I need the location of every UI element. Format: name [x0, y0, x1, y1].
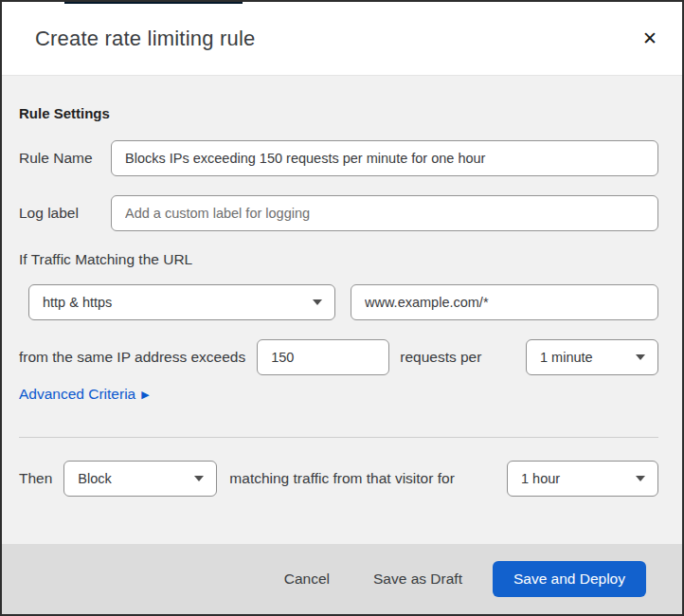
threshold-row: from the same IP address exceeds request…: [19, 339, 658, 375]
close-icon[interactable]: ✕: [637, 24, 663, 53]
chevron-down-icon: [636, 476, 645, 481]
dialog-header: Create rate limiting rule ✕: [2, 2, 682, 76]
scheme-select[interactable]: http & https: [28, 284, 335, 320]
period-select-value: 1 minute: [540, 350, 593, 365]
rule-name-label: Rule Name: [19, 150, 111, 167]
traffic-match-sentence: If Traffic Matching the URL: [19, 251, 658, 268]
period-select[interactable]: 1 minute: [526, 339, 658, 375]
chevron-down-icon: [636, 354, 645, 360]
threshold-prefix-text: from the same IP address exceeds: [19, 349, 245, 366]
save-and-deploy-button[interactable]: Save and Deploy: [493, 561, 646, 597]
action-select-value: Block: [78, 471, 111, 486]
duration-select[interactable]: 1 hour: [507, 461, 658, 497]
dialog-body: Rule Settings Rule Name Log label If Tra…: [2, 76, 682, 544]
rule-name-input[interactable]: [111, 140, 658, 176]
create-rate-limiting-rule-dialog: Create rate limiting rule ✕ Rule Setting…: [0, 0, 684, 616]
save-as-draft-button[interactable]: Save as Draft: [360, 563, 476, 595]
dialog-footer: Cancel Save as Draft Save and Deploy: [2, 544, 682, 614]
matching-traffic-text: matching traffic from that visitor for: [229, 470, 454, 487]
advanced-criteria-link[interactable]: Advanced Criteria ▶: [19, 386, 150, 403]
rule-settings-heading: Rule Settings: [19, 105, 658, 121]
duration-select-value: 1 hour: [521, 471, 560, 486]
requests-per-text: requests per: [400, 349, 481, 366]
url-input[interactable]: [351, 284, 658, 320]
scheme-select-value: http & https: [43, 295, 112, 310]
top-accent-bar: [64, 0, 243, 4]
advanced-criteria-label: Advanced Criteria: [19, 386, 135, 403]
log-label-label: Log label: [19, 205, 111, 222]
dialog-title: Create rate limiting rule: [35, 27, 255, 51]
chevron-down-icon: [194, 476, 204, 481]
then-label: Then: [19, 470, 52, 487]
section-divider: [19, 437, 658, 438]
request-count-input[interactable]: [257, 339, 389, 375]
url-match-row: http & https: [19, 284, 658, 320]
action-row: Then Block matching traffic from that vi…: [19, 461, 658, 497]
action-select[interactable]: Block: [63, 461, 217, 497]
log-label-row: Log label: [19, 195, 658, 231]
chevron-down-icon: [313, 299, 322, 305]
rule-name-row: Rule Name: [19, 140, 658, 176]
cancel-button[interactable]: Cancel: [271, 563, 343, 595]
triangle-right-icon: ▶: [141, 390, 149, 400]
log-label-input[interactable]: [111, 195, 658, 231]
